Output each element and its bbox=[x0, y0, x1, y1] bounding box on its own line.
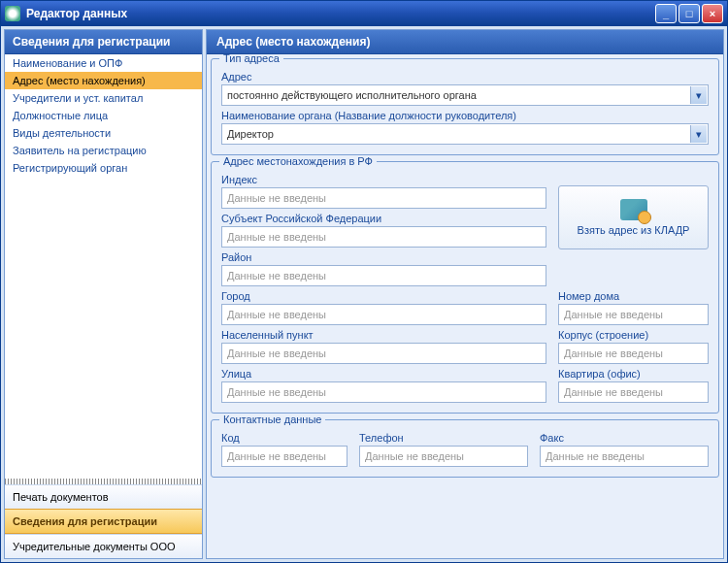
main-panel: Адрес (место нахождения) Тип адреса Адре… bbox=[206, 29, 724, 559]
chevron-down-icon: ▾ bbox=[690, 86, 707, 104]
district-label: Район bbox=[221, 251, 546, 263]
titlebar: Редактор данных _ □ × bbox=[1, 1, 727, 26]
window-body: Сведения для регистрации Наименование и … bbox=[1, 26, 727, 562]
phone-label: Телефон bbox=[359, 432, 528, 444]
main-title: Адрес (место нахождения) bbox=[207, 30, 723, 54]
group-address-type: Тип адреса Адрес постоянно действующего … bbox=[211, 58, 719, 155]
phone-input[interactable] bbox=[359, 446, 528, 467]
index-input[interactable] bbox=[221, 187, 546, 209]
organ-name-select[interactable]: Директор ▾ bbox=[221, 123, 709, 145]
district-input[interactable] bbox=[221, 265, 546, 286]
nav-item-activities[interactable]: Виды деятельности bbox=[5, 124, 202, 142]
city-label: Город bbox=[221, 290, 546, 302]
close-button[interactable]: × bbox=[702, 4, 723, 23]
address-type-select[interactable]: постоянно действующего исполнительного о… bbox=[221, 84, 709, 106]
group-address-rf-legend: Адрес местонахождения в РФ bbox=[219, 155, 377, 167]
organ-name-label: Наименование органа (Название должности … bbox=[221, 110, 709, 121]
fax-input[interactable] bbox=[540, 446, 709, 467]
house-input[interactable] bbox=[558, 304, 709, 325]
kladr-button[interactable]: Взять адрес из КЛАДР bbox=[558, 185, 709, 249]
group-address-rf: Адрес местонахождения в РФ Индекс Субъек… bbox=[211, 161, 719, 414]
window-title: Редактор данных bbox=[26, 7, 653, 20]
building-input[interactable] bbox=[558, 343, 709, 364]
code-label: Код bbox=[221, 432, 347, 444]
nav-item-name-opf[interactable]: Наименование и ОПФ bbox=[5, 54, 202, 72]
section-founding-docs[interactable]: Учредительные документы ООО bbox=[5, 534, 202, 558]
group-contact-legend: Контактные данные bbox=[219, 414, 325, 425]
section-print-docs[interactable]: Печать документов bbox=[5, 484, 202, 509]
nav-item-officials[interactable]: Должностные лица bbox=[5, 107, 202, 124]
nav-item-registrar[interactable]: Регистрирующий орган bbox=[5, 159, 202, 177]
app-icon bbox=[5, 6, 20, 21]
nav-list: Наименование и ОПФ Адрес (место нахожден… bbox=[5, 54, 202, 479]
locality-label: Населенный пункт bbox=[221, 329, 546, 341]
section-registration-info[interactable]: Сведения для регистрации bbox=[5, 509, 202, 534]
street-input[interactable] bbox=[221, 381, 546, 403]
street-label: Улица bbox=[221, 368, 546, 380]
subject-input[interactable] bbox=[221, 226, 546, 248]
nav-item-founders[interactable]: Учредители и уст. капитал bbox=[5, 89, 202, 107]
nav-item-address[interactable]: Адрес (место нахождения) bbox=[5, 72, 202, 89]
subject-label: Субъект Российской Федерации bbox=[221, 213, 546, 224]
kladr-button-label: Взять адрес из КЛАДР bbox=[578, 224, 690, 236]
house-label: Номер дома bbox=[558, 290, 709, 302]
city-input[interactable] bbox=[221, 304, 546, 325]
building-label: Корпус (строение) bbox=[558, 329, 709, 341]
maximize-button[interactable]: □ bbox=[678, 4, 700, 23]
chevron-down-icon: ▾ bbox=[690, 125, 707, 143]
group-address-type-legend: Тип адреса bbox=[219, 54, 283, 64]
sidebar: Сведения для регистрации Наименование и … bbox=[4, 29, 203, 559]
nav-item-applicant[interactable]: Заявитель на регистрацию bbox=[5, 142, 202, 159]
index-label: Индекс bbox=[221, 174, 546, 185]
code-input[interactable] bbox=[221, 446, 347, 467]
group-contact: Контактные данные Код Телефон Факс bbox=[211, 419, 719, 478]
kladr-icon bbox=[620, 199, 647, 220]
minimize-button[interactable]: _ bbox=[655, 4, 677, 23]
data-editor-window: Редактор данных _ □ × Сведения для регис… bbox=[0, 0, 728, 563]
address-type-value: постоянно действующего исполнительного о… bbox=[227, 89, 477, 101]
organ-name-value: Директор bbox=[227, 128, 274, 140]
flat-input[interactable] bbox=[558, 381, 709, 403]
address-type-label: Адрес bbox=[221, 71, 709, 83]
flat-label: Квартира (офис) bbox=[558, 368, 709, 380]
sidebar-header: Сведения для регистрации bbox=[5, 30, 202, 54]
main-body: Тип адреса Адрес постоянно действующего … bbox=[207, 54, 723, 558]
fax-label: Факс bbox=[540, 432, 709, 444]
locality-input[interactable] bbox=[221, 343, 546, 364]
